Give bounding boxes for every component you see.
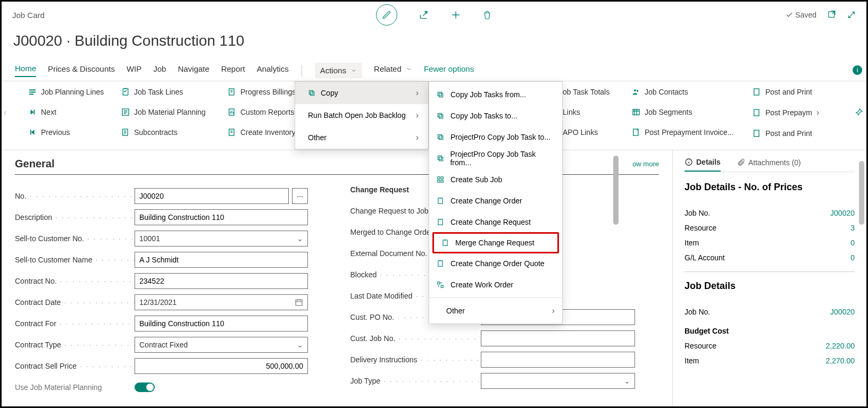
pin-icon[interactable] bbox=[855, 108, 863, 116]
ribbon-post-and-print-2[interactable]: Post and Print bbox=[753, 129, 819, 138]
page-title: J00020 · Building Construction 110 bbox=[2, 28, 866, 60]
menu-other[interactable]: Other › bbox=[295, 126, 428, 149]
submenu-pp-copy-job-task-to[interactable]: ProjectPro Copy Job Task to... bbox=[429, 126, 562, 148]
saved-indicator: Saved bbox=[786, 11, 816, 19]
contract-no-input[interactable] bbox=[135, 273, 308, 289]
tab-prices[interactable]: Prices & Discounts bbox=[48, 64, 115, 76]
submenu-create-change-order-quote[interactable]: Create Change Order Quote bbox=[429, 253, 562, 274]
delete-icon[interactable] bbox=[482, 10, 492, 20]
svg-rect-21 bbox=[311, 92, 314, 96]
tab-report[interactable]: Report bbox=[221, 64, 245, 76]
bres-label: Resource bbox=[685, 342, 716, 350]
tab-wip[interactable]: WIP bbox=[127, 64, 141, 76]
svg-point-12 bbox=[634, 89, 636, 91]
ribbon-job-segments[interactable]: Job Segments bbox=[632, 108, 733, 116]
ribbon-subcontracts[interactable]: Subcontracts bbox=[121, 128, 206, 137]
attachments-tab[interactable]: Attachments (0) bbox=[737, 158, 801, 172]
cust-job-no-input[interactable] bbox=[481, 330, 635, 346]
submenu-create-sub-job[interactable]: Create Sub Job bbox=[429, 169, 562, 190]
ribbon-apo-links[interactable]: APO Links bbox=[563, 128, 610, 137]
share-icon[interactable] bbox=[419, 10, 429, 20]
contract-sell-price-input[interactable] bbox=[135, 358, 308, 374]
desc-label: Description bbox=[15, 213, 52, 222]
expand-icon[interactable] bbox=[847, 11, 856, 19]
ribbon-job-task-lines[interactable]: Job Task Lines bbox=[121, 88, 206, 96]
usemat-label: Use Job Material Planning bbox=[15, 383, 102, 392]
ribbon-job-task-totals[interactable]: ob Task Totals bbox=[563, 88, 610, 96]
no-input[interactable] bbox=[135, 188, 289, 204]
ribbon-post-and-print-1[interactable]: Post and Print bbox=[753, 88, 819, 96]
nav-prev-arrow[interactable]: ‹ bbox=[4, 108, 6, 117]
title-right: Saved bbox=[786, 10, 856, 20]
contract-date-input[interactable]: 12/31/2021 bbox=[135, 294, 308, 310]
description-input[interactable] bbox=[135, 209, 308, 225]
ribbon-previous[interactable]: Previous bbox=[28, 128, 104, 137]
tab-related[interactable]: Related bbox=[374, 64, 412, 76]
tab-analytics[interactable]: Analytics bbox=[257, 64, 289, 76]
no-more-button[interactable]: ··· bbox=[292, 188, 308, 204]
sellno-value: 10001 bbox=[139, 234, 160, 243]
lastmod-label: Last Date Modified bbox=[350, 292, 413, 300]
submenu-copy-job-tasks-from[interactable]: Copy Job Tasks from... bbox=[429, 84, 562, 105]
popout-icon[interactable] bbox=[827, 10, 837, 20]
svg-rect-31 bbox=[438, 177, 440, 179]
ribbon-custom-reports[interactable]: Custom Reports bbox=[228, 108, 296, 116]
submenu-merge-change-request[interactable]: Merge Change Request bbox=[432, 232, 559, 253]
jobno2-label: Job No. bbox=[685, 308, 710, 316]
side-h1: Job Details - No. of Prices bbox=[685, 182, 855, 193]
svg-rect-4 bbox=[34, 109, 35, 114]
submenu-create-change-order[interactable]: Create Change Order bbox=[429, 190, 562, 211]
gl-value[interactable]: 0 bbox=[850, 253, 855, 262]
edit-icon[interactable] bbox=[376, 4, 397, 26]
action-nav: Home Prices & Discounts WIP Job Navigate… bbox=[2, 60, 866, 81]
ribbon-job-contacts[interactable]: Job Contacts bbox=[632, 88, 733, 96]
ribbon-next[interactable]: Next bbox=[28, 108, 104, 116]
ribbon-links[interactable]: Links bbox=[563, 108, 610, 116]
tab-navigate[interactable]: Navigate bbox=[178, 64, 209, 76]
job-type-select[interactable]: ⌄ bbox=[481, 373, 635, 389]
ribbon-job-planning-lines[interactable]: Job Planning Lines bbox=[28, 88, 104, 96]
submenu-pp-copy-job-task-from[interactable]: ProjectPro Copy Job Task from... bbox=[429, 148, 562, 169]
menu-copy[interactable]: Copy › bbox=[295, 82, 428, 104]
bitem-value[interactable]: 2,270.00 bbox=[826, 356, 855, 365]
delivery-instructions-input[interactable] bbox=[481, 352, 635, 368]
submenu-create-work-order[interactable]: Create Work Order bbox=[429, 274, 562, 295]
item-value[interactable]: 0 bbox=[850, 239, 855, 247]
show-more-link[interactable]: ow more bbox=[632, 160, 659, 168]
side-scrollbar[interactable] bbox=[859, 161, 864, 225]
ribbon-post-prepayment-invoice[interactable]: Post Prepayment Invoice... bbox=[632, 128, 733, 137]
submenu-copy-job-tasks-to[interactable]: Copy Job Tasks to... bbox=[429, 105, 562, 126]
sell-to-customer-no-select[interactable]: 10001⌄ bbox=[135, 231, 308, 246]
calendar-icon[interactable] bbox=[295, 298, 303, 307]
menu-run-batch[interactable]: Run Batch Open Job Backlog › bbox=[295, 104, 428, 126]
resource-value[interactable]: 3 bbox=[850, 224, 855, 232]
submenu-create-change-request[interactable]: Create Change Request bbox=[429, 211, 562, 233]
contract-type-select[interactable]: Contract Fixed⌄ bbox=[135, 337, 308, 353]
jobno2-value[interactable]: J00020 bbox=[830, 308, 855, 316]
submenu-separator bbox=[429, 298, 562, 298]
ribbon-create-inventory[interactable]: Create Inventory bbox=[228, 128, 296, 137]
sell-to-customer-name-input[interactable] bbox=[135, 252, 308, 268]
details-tab[interactable]: Details bbox=[685, 158, 721, 172]
main-scrollbar[interactable] bbox=[613, 156, 619, 225]
jobtype-label: Job Type bbox=[350, 377, 381, 385]
info-icon[interactable]: i bbox=[853, 65, 862, 75]
tab-actions[interactable]: Actions bbox=[315, 63, 362, 78]
ribbon-progress-billings[interactable]: Progress Billings bbox=[228, 88, 296, 96]
tab-fewer-options[interactable]: Fewer options bbox=[424, 64, 474, 76]
submenu-other[interactable]: Other› bbox=[429, 300, 562, 321]
bres-value[interactable]: 2,220.00 bbox=[826, 342, 855, 350]
ribbon-post-prepaym[interactable]: Post Prepaym› bbox=[753, 108, 819, 117]
svg-rect-39 bbox=[438, 282, 440, 284]
label: Post Prepayment Invoice... bbox=[645, 128, 733, 137]
label: Create Sub Job bbox=[450, 175, 502, 184]
contract-for-input[interactable] bbox=[135, 316, 308, 332]
ribbon-job-material-planning[interactable]: Job Material Planning bbox=[121, 108, 206, 116]
svg-rect-26 bbox=[438, 113, 441, 117]
tab-job[interactable]: Job bbox=[153, 64, 166, 76]
use-job-material-planning-toggle[interactable] bbox=[135, 382, 155, 392]
jobno-value[interactable]: J00020 bbox=[830, 209, 855, 217]
svg-rect-22 bbox=[309, 90, 313, 94]
tab-home[interactable]: Home bbox=[15, 64, 36, 77]
new-icon[interactable] bbox=[450, 10, 461, 20]
